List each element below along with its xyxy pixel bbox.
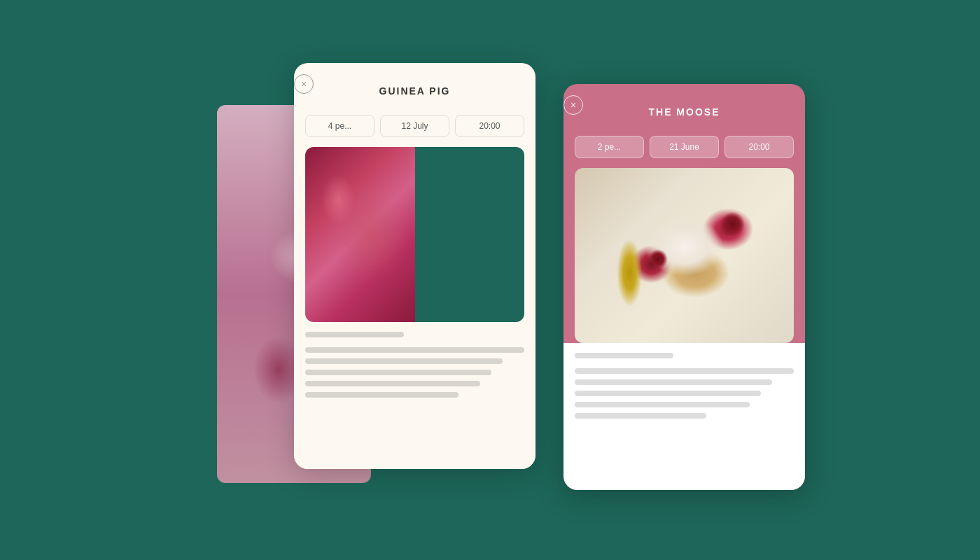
card1-image bbox=[305, 147, 524, 322]
card1-content bbox=[294, 322, 536, 469]
card1-skeleton-line-1 bbox=[305, 347, 524, 353]
card2-date-badge: 21 June bbox=[650, 136, 719, 158]
card2-food-image bbox=[575, 168, 794, 343]
card2-skeleton-line-5 bbox=[575, 413, 706, 419]
card1-title: GUINEA PIG bbox=[379, 85, 451, 97]
moose-card: × THE MOOSE 2 pe... 21 June 20:00 bbox=[564, 84, 805, 490]
card2-skeleton-line-3 bbox=[575, 391, 761, 396]
card1-image-left bbox=[305, 147, 415, 322]
close-icon: × bbox=[301, 78, 307, 90]
card1-date-badge: 12 July bbox=[380, 115, 449, 137]
card2-header: × THE MOOSE bbox=[564, 84, 805, 126]
card2-skeleton-line-2 bbox=[575, 379, 772, 385]
card2-skeleton-title bbox=[575, 353, 673, 358]
card2-image bbox=[575, 168, 794, 343]
close-icon: × bbox=[570, 99, 576, 111]
card1-image-right bbox=[415, 147, 525, 322]
card1-header: × GUINEA PIG bbox=[294, 63, 536, 105]
card1-skeleton-line-5 bbox=[305, 392, 458, 398]
scene: × GUINEA PIG 4 pe... 12 July 20:00 × bbox=[175, 63, 805, 497]
card1-skeleton-line-3 bbox=[305, 370, 491, 375]
card1-badges: 4 pe... 12 July 20:00 bbox=[294, 105, 536, 147]
card1-skeleton-line-2 bbox=[305, 358, 503, 364]
card2-content bbox=[564, 343, 805, 490]
card2-badges: 2 pe... 21 June 20:00 bbox=[564, 126, 805, 168]
guinea-pig-card: × GUINEA PIG 4 pe... 12 July 20:00 bbox=[294, 63, 536, 469]
card1-close-button[interactable]: × bbox=[294, 74, 314, 94]
card2-people-badge: 2 pe... bbox=[575, 136, 644, 158]
card1-skeleton-line-4 bbox=[305, 381, 480, 386]
card2-time-badge: 20:00 bbox=[724, 136, 794, 158]
card1-time-badge: 20:00 bbox=[455, 115, 524, 137]
card2-close-button[interactable]: × bbox=[564, 95, 583, 115]
card1-skeleton-title bbox=[305, 332, 404, 337]
card2-skeleton-line-4 bbox=[575, 402, 750, 407]
card2-title: THE MOOSE bbox=[648, 106, 720, 118]
card1-people-badge: 4 pe... bbox=[305, 115, 374, 137]
card2-skeleton-line-1 bbox=[575, 368, 794, 374]
